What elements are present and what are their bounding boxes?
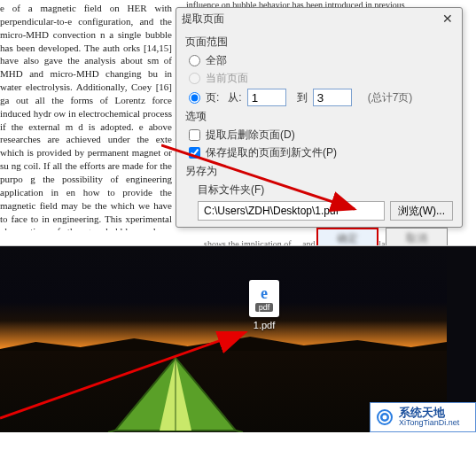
extract-pages-dialog: 提取页面 ✕ 页面范围 全部 当前页面 页: 从: 到 (总计 bbox=[176, 7, 463, 228]
pdf-badge: pdf bbox=[255, 303, 274, 312]
total-pages-label: (总计7页) bbox=[368, 90, 413, 105]
to-label: 到 bbox=[297, 90, 308, 105]
save-as-group: 另存为 目标文件夹(F) 浏览(W)... bbox=[185, 164, 453, 221]
watermark-logo-icon bbox=[376, 408, 394, 426]
ok-button[interactable]: 确定 bbox=[316, 228, 378, 246]
pdf-background-text: e of a magnetic field on HER with perpen… bbox=[0, 0, 176, 230]
radio-current-page: 当前页面 bbox=[189, 71, 453, 86]
dialog-title: 提取页面 bbox=[182, 12, 224, 27]
page-range-inputs: 从: 到 (总计7页) bbox=[228, 89, 412, 106]
cancel-button[interactable]: 取消 bbox=[386, 228, 448, 246]
pdf-paragraph: e of a magnetic field on HER with perpen… bbox=[0, 3, 172, 230]
radio-page-range[interactable]: 页: 从: 到 (总计7页) bbox=[189, 89, 453, 106]
checkbox-save-input[interactable] bbox=[189, 147, 200, 159]
dialog-over-pdf-screenshot: e of a magnetic field on HER with perpen… bbox=[0, 0, 476, 246]
radio-page-input[interactable] bbox=[189, 92, 200, 104]
dialog-buttons: 确定 取消 bbox=[185, 228, 453, 246]
tent-illustration bbox=[106, 353, 245, 432]
radio-page-label: 页: bbox=[206, 90, 219, 105]
close-icon[interactable]: ✕ bbox=[439, 10, 456, 27]
target-folder-label: 目标文件夹(F) bbox=[198, 182, 453, 198]
checkbox-delete-input[interactable] bbox=[189, 129, 200, 141]
path-row: 浏览(W)... bbox=[198, 201, 453, 221]
options-label: 选项 bbox=[185, 109, 453, 124]
desktop-screenshot: e pdf 1.pdf 系统天地 XiTongTianDi.net bbox=[0, 246, 476, 432]
cancel-button-label: 取消 bbox=[406, 232, 427, 244]
watermark-url: XiTongTianDi.net bbox=[399, 419, 459, 428]
file-label: 1.pdf bbox=[245, 320, 284, 330]
watermark-text: 系统天地 XiTongTianDi.net bbox=[399, 407, 459, 428]
target-path-input[interactable] bbox=[198, 201, 385, 221]
to-page-input[interactable] bbox=[313, 89, 352, 106]
edge-e-icon: e bbox=[261, 285, 268, 301]
file-icon-tile: e pdf bbox=[249, 280, 279, 317]
watermark-name: 系统天地 bbox=[399, 407, 459, 419]
from-page-input[interactable] bbox=[247, 89, 286, 106]
pdf-file-icon[interactable]: e pdf 1.pdf bbox=[245, 280, 284, 330]
radio-current-label: 当前页面 bbox=[206, 71, 248, 86]
ok-button-label: 确定 bbox=[337, 232, 358, 244]
dialog-titlebar: 提取页面 ✕ bbox=[176, 8, 462, 29]
browse-button[interactable]: 浏览(W)... bbox=[390, 201, 453, 221]
radio-all-label: 全部 bbox=[206, 53, 227, 68]
checkbox-delete-after[interactable]: 提取后删除页面(D) bbox=[189, 128, 453, 143]
save-as-label: 另存为 bbox=[185, 164, 453, 179]
radio-current-input bbox=[189, 73, 200, 84]
checkbox-save-newfile[interactable]: 保存提取的页面到新文件(P) bbox=[189, 145, 453, 160]
radio-all-pages[interactable]: 全部 bbox=[189, 53, 453, 68]
radio-all-input[interactable] bbox=[189, 55, 200, 66]
checkbox-delete-label: 提取后删除页面(D) bbox=[206, 128, 295, 143]
watermark-badge: 系统天地 XiTongTianDi.net bbox=[370, 402, 476, 432]
page-range-label: 页面范围 bbox=[185, 35, 453, 50]
dialog-body: 页面范围 全部 当前页面 页: 从: 到 (总计7页) 选项 bbox=[176, 29, 462, 246]
checkbox-save-label: 保存提取的页面到新文件(P) bbox=[206, 145, 337, 160]
from-label: 从: bbox=[228, 90, 241, 105]
svg-point-3 bbox=[383, 415, 387, 420]
